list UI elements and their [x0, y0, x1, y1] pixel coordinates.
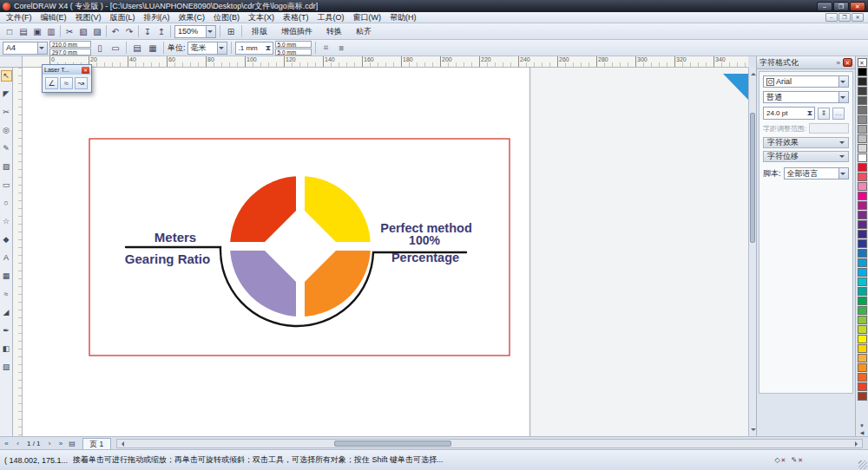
color-swatch[interactable] [858, 182, 867, 191]
laser-tool-3-icon[interactable]: ↝ [75, 77, 88, 89]
script-select[interactable]: 全部语言 [784, 167, 849, 180]
horizontal-ruler[interactable]: 0204060801001201401601802002202402602803… [23, 56, 748, 68]
color-swatch[interactable] [858, 306, 867, 315]
menu-item[interactable]: 工具(O) [313, 12, 349, 23]
duplicate-x-field[interactable]: 5.0 mm [275, 41, 312, 48]
vertical-scrollbar[interactable] [748, 68, 756, 436]
color-swatch[interactable] [858, 249, 867, 258]
color-swatch[interactable] [858, 173, 867, 181]
color-swatch[interactable] [858, 344, 867, 353]
shape-tool-icon[interactable]: ◤ [1, 88, 12, 100]
previous-page-icon[interactable]: ‹ [13, 440, 23, 447]
color-swatch[interactable] [858, 230, 867, 238]
scroll-left-icon[interactable] [119, 441, 124, 447]
menu-item[interactable]: 帮助(H) [385, 12, 421, 23]
text-tool-icon[interactable]: A [1, 252, 12, 264]
font-style-select[interactable]: 普通 [763, 91, 849, 103]
zoom-tool-icon[interactable]: ◎ [1, 125, 12, 136]
basic-shapes-tool-icon[interactable]: ◆ [1, 234, 12, 245]
import-icon[interactable]: ↧ [141, 24, 155, 38]
color-swatch[interactable] [858, 125, 867, 134]
horizontal-scrollbar[interactable] [116, 439, 863, 448]
color-swatch[interactable] [858, 211, 867, 219]
save-icon[interactable]: ▣ [30, 24, 44, 38]
polygon-tool-icon[interactable]: ☆ [1, 216, 12, 227]
new-document-icon[interactable]: □ [3, 24, 16, 38]
zoom-level-select[interactable]: 150% [174, 25, 216, 38]
drawing-canvas[interactable]: Meters Gearing Ratio Perfect method 100%… [23, 68, 748, 436]
maximize-button[interactable]: ❐ [833, 2, 849, 11]
duplicate-y-field[interactable]: 5.0 mm [275, 49, 312, 55]
menu-item[interactable]: 文本(X) [244, 12, 279, 23]
minimize-button[interactable]: – [817, 2, 832, 11]
docker-close-icon[interactable]: ✕ [843, 58, 852, 67]
last-page-icon[interactable]: » [56, 440, 66, 447]
color-swatch[interactable] [858, 134, 867, 143]
color-swatch[interactable] [858, 354, 867, 362]
menu-item[interactable]: 窗口(W) [349, 12, 386, 23]
crop-tool-icon[interactable]: ✂ [1, 107, 12, 118]
no-color-swatch[interactable]: ✕ [858, 58, 867, 67]
docker-menu-icon[interactable]: » [837, 59, 840, 67]
palette-flyout-icon[interactable]: ◀ [860, 429, 865, 436]
color-swatch[interactable] [858, 87, 867, 95]
document-restore-button[interactable]: ❐ [838, 13, 851, 22]
menu-item[interactable]: 视图(V) [71, 12, 106, 23]
color-swatch[interactable] [858, 297, 867, 305]
ellipse-tool-icon[interactable]: ○ [1, 198, 12, 209]
horizontal-scroll-thumb[interactable] [334, 441, 451, 447]
vertical-ruler[interactable] [13, 68, 23, 436]
color-swatch[interactable] [858, 287, 867, 296]
color-swatch[interactable] [858, 144, 867, 153]
application-launcher-icon[interactable]: ⊞ [224, 24, 238, 38]
freehand-tool-icon[interactable]: ✎ [1, 143, 12, 154]
smart-fill-tool-icon[interactable]: ▨ [1, 161, 12, 173]
color-swatch[interactable] [858, 220, 867, 229]
pick-tool-icon[interactable]: ↖ [1, 70, 12, 82]
paper-size-select[interactable]: A4 [3, 42, 48, 55]
interactive-fill-tool-icon[interactable]: ▧ [1, 362, 12, 373]
resize-grip[interactable] [858, 460, 867, 469]
rectangle-tool-icon[interactable]: ▭ [1, 180, 12, 191]
outline-tool-icon[interactable]: ✒ [1, 325, 12, 336]
color-swatch[interactable] [858, 373, 867, 382]
export-icon[interactable]: ↥ [155, 24, 168, 38]
section-character-effects[interactable]: 字符效果 [763, 137, 849, 148]
color-swatch[interactable] [858, 163, 867, 172]
more-options-button[interactable]: … [832, 108, 845, 120]
fill-tool-icon[interactable]: ◧ [1, 343, 12, 355]
interactive-tool-icon[interactable]: ≈ [1, 289, 12, 300]
document-close-button[interactable]: ✕ [852, 13, 864, 22]
first-page-icon[interactable]: « [2, 440, 11, 447]
page-height-field[interactable]: 297.0 mm [49, 49, 91, 55]
current-page-icon[interactable]: ▦ [146, 41, 160, 55]
color-swatch[interactable] [858, 316, 867, 324]
palette-scroll-down-icon[interactable]: ▼ [859, 422, 865, 429]
laser-tool-2-icon[interactable]: ≈ [60, 77, 73, 89]
cut-icon[interactable]: ✂ [62, 24, 76, 38]
laser-tool-1-icon[interactable]: ∠ [45, 77, 58, 89]
units-select[interactable]: 毫米 [187, 42, 227, 55]
section-character-shift[interactable]: 字符位移 [763, 151, 849, 162]
color-swatch[interactable] [858, 201, 867, 210]
laser-floating-toolbar[interactable]: Laser T... ✕ ∠≈↝ [42, 64, 92, 93]
color-swatch[interactable] [858, 96, 867, 105]
font-family-select[interactable]: O Arial [763, 75, 849, 88]
menu-item[interactable]: 位图(B) [209, 12, 244, 23]
toolbar-button[interactable]: 粘齐 [350, 24, 378, 39]
menu-item[interactable]: 表格(T) [279, 12, 313, 23]
menu-item[interactable]: 排列(A) [140, 12, 174, 23]
table-tool-icon[interactable]: ▦ [1, 271, 12, 282]
color-swatch[interactable] [858, 268, 867, 277]
snap-icon[interactable]: ⌗ [319, 41, 333, 55]
color-swatch[interactable] [858, 382, 867, 391]
color-swatch[interactable] [858, 77, 867, 86]
color-swatch[interactable] [858, 239, 867, 248]
toolbar-button[interactable]: 排版 [246, 24, 273, 39]
color-swatch[interactable] [858, 68, 867, 76]
color-swatch[interactable] [858, 192, 867, 200]
menu-item[interactable]: 版面(L) [106, 12, 140, 23]
nudge-offset-field[interactable]: .1 mm [235, 42, 273, 55]
label-percentage[interactable]: Percentage [391, 251, 459, 264]
menu-item[interactable]: 编辑(E) [36, 12, 71, 23]
